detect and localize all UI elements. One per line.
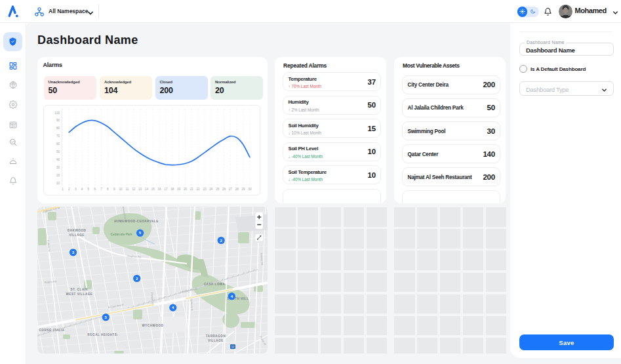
svg-text:1: 1: [62, 188, 64, 191]
svg-text:29: 29: [241, 188, 245, 191]
svg-text:4: 4: [231, 294, 233, 298]
svg-text:24: 24: [209, 188, 213, 191]
svg-text:TARRAGON: TARRAGON: [206, 334, 226, 338]
svg-text:14: 14: [145, 188, 149, 191]
svg-text:6: 6: [94, 188, 96, 191]
svg-text:15: 15: [151, 188, 155, 191]
svg-text:2: 2: [220, 238, 222, 243]
svg-text:WYCHWOOD: WYCHWOOD: [142, 324, 163, 327]
svg-text:4: 4: [172, 305, 174, 310]
svg-text:22: 22: [197, 188, 201, 191]
svg-text:3: 3: [72, 250, 75, 254]
svg-text:ST. CLAIR: ST. CLAIR: [71, 288, 89, 291]
svg-text:CASA LOMA: CASA LOMA: [204, 283, 226, 286]
svg-text:40: 40: [56, 158, 60, 161]
svg-text:OAKWOOD: OAKWOOD: [68, 229, 87, 232]
svg-text:20: 20: [56, 174, 60, 177]
svg-text:50: 50: [56, 150, 60, 153]
svg-text:23: 23: [203, 188, 207, 191]
svg-text:2: 2: [136, 276, 138, 281]
svg-text:30: 30: [56, 166, 60, 169]
svg-text:100: 100: [54, 111, 60, 115]
svg-text:4: 4: [81, 188, 83, 191]
svg-text:2: 2: [68, 188, 70, 191]
svg-text:WEST VILLAGE: WEST VILLAGE: [66, 293, 93, 296]
svg-text:11: 11: [126, 188, 129, 191]
svg-text:12: 12: [231, 345, 235, 348]
svg-text:5: 5: [105, 315, 108, 319]
svg-text:Cedarvale Park: Cedarvale Park: [110, 233, 132, 236]
svg-text:30: 30: [248, 188, 252, 191]
svg-text:80: 80: [56, 127, 60, 130]
svg-text:VILLAGE: VILLAGE: [208, 339, 224, 342]
svg-text:7: 7: [100, 188, 102, 191]
svg-text:25: 25: [216, 188, 220, 191]
svg-text:21: 21: [190, 188, 194, 191]
svg-text:17: 17: [164, 188, 168, 191]
svg-text:13: 13: [138, 188, 142, 191]
svg-text:10: 10: [119, 188, 123, 191]
svg-text:12: 12: [132, 188, 136, 191]
svg-text:REGAL HEIGHTS:: REGAL HEIGHTS:: [88, 333, 119, 336]
svg-text:HUMEWOOD-CEDARVALE: HUMEWOOD-CEDARVALE: [114, 220, 159, 223]
svg-text:5: 5: [139, 230, 142, 235]
svg-text:20: 20: [184, 188, 188, 191]
svg-text:90: 90: [56, 119, 60, 122]
svg-text:26: 26: [222, 188, 226, 191]
svg-text:3: 3: [75, 188, 77, 191]
svg-text:27: 27: [229, 188, 233, 191]
svg-text:28: 28: [235, 188, 239, 191]
svg-text:16: 16: [158, 188, 162, 191]
svg-text:18: 18: [170, 188, 174, 191]
svg-text:70: 70: [56, 134, 60, 138]
svg-text:VILLAGE: VILLAGE: [69, 233, 85, 237]
svg-text:8: 8: [107, 188, 109, 191]
svg-text:5: 5: [88, 188, 90, 191]
svg-text:10: 10: [56, 182, 60, 185]
svg-text:19: 19: [177, 188, 181, 191]
svg-text:CORSO ITALIA: CORSO ITALIA: [39, 329, 64, 332]
svg-text:9: 9: [113, 188, 115, 191]
svg-text:60: 60: [56, 142, 60, 146]
